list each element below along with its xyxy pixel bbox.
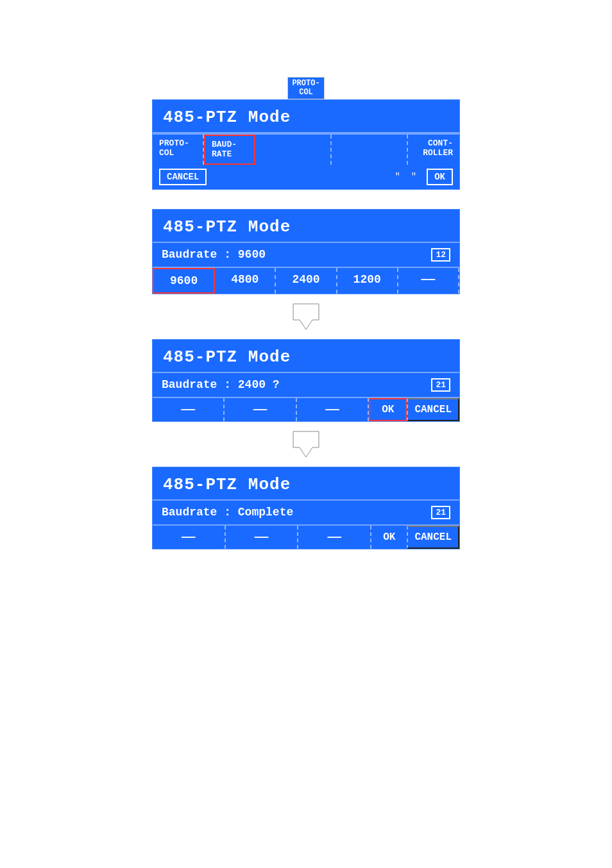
panel-4-dash-3: —— [298, 526, 371, 549]
main-container: PROTO-COL 485-PTZ Mode PROTO-COL BAUD-RA… [146, 77, 466, 549]
panel-3-title: 485-PTZ Mode [153, 340, 459, 372]
svg-marker-0 [293, 304, 319, 330]
panel-2-subtitle-text: Baudrate : 9600 [162, 248, 266, 261]
panel-3-subtitle-text: Baudrate : 2400 ? [162, 378, 280, 391]
panel-3-dash-1: —— [153, 398, 225, 421]
panel-4-subtitle-text: Baudrate : Complete [162, 506, 293, 519]
proto-col-top-label: PROTO-COL [287, 77, 324, 99]
panel-2-subtitle: Baudrate : 9600 12 [153, 242, 459, 267]
panel-4-subtitle: Baudrate : Complete 21 [153, 499, 459, 524]
svg-marker-1 [293, 431, 319, 457]
arrow-down-1 [287, 301, 325, 333]
panel-4-title: 485-PTZ Mode [153, 467, 459, 499]
ok-button-1[interactable]: OK [427, 169, 453, 185]
cancel-button-1[interactable]: CANCEL [159, 169, 207, 185]
col-headers-row: PROTO-COL BAUD-RATE CONT-ROLLER [153, 133, 459, 165]
cancel-button-3[interactable]: CANCEL [407, 398, 459, 421]
panel-4-dash-1: —— [153, 526, 226, 549]
panel-1-action-row: CANCEL " " OK [153, 165, 459, 189]
baud-dash: —— [398, 268, 459, 294]
panel-4: 485-PTZ Mode Baudrate : Complete 21 —— —… [152, 467, 460, 549]
panel-3-confirm-row: —— —— —— OK CANCEL [153, 397, 459, 421]
panel-2-title: 485-PTZ Mode [153, 210, 459, 242]
panel-3-dash-3: —— [297, 398, 369, 421]
baud-option-2400[interactable]: 2400 [276, 268, 337, 294]
col-header-proto-col: PROTO-COL [153, 135, 204, 165]
ok-button-4[interactable]: OK [371, 526, 407, 549]
ok-button-3[interactable]: OK [369, 398, 407, 421]
panel-1-title: 485-PTZ Mode [153, 100, 459, 132]
panel-3: 485-PTZ Mode Baudrate : 2400 ? 21 —— —— … [152, 339, 460, 422]
panel-2: 485-PTZ Mode Baudrate : 9600 12 9600 480… [152, 209, 460, 294]
panel-3-dash-2: —— [225, 398, 296, 421]
cancel-button-4[interactable]: CANCEL [407, 526, 459, 549]
baud-option-9600[interactable]: 9600 [153, 268, 215, 294]
baudrate-options-row: 9600 4800 2400 1200 —— [153, 267, 459, 294]
baud-option-4800[interactable]: 4800 [215, 268, 276, 294]
panel-4-dash-2: —— [226, 526, 299, 549]
quote-marks: " " [395, 172, 417, 182]
col-header-controller: CONT-ROLLER [408, 135, 459, 165]
panel-4-badge: 21 [431, 506, 450, 519]
col-header-spacer1 [255, 135, 332, 165]
panel-4-confirm-row: —— —— —— OK CANCEL [153, 524, 459, 549]
panel-2-badge: 12 [431, 248, 450, 262]
arrow-down-2 [287, 428, 325, 460]
panel-1: 485-PTZ Mode PROTO-COL BAUD-RATE CONT-RO… [152, 99, 460, 190]
panel-3-badge: 21 [431, 378, 450, 392]
col-header-spacer2 [332, 135, 408, 165]
col-header-baud-rate: BAUD-RATE [204, 135, 255, 165]
panel-3-subtitle: Baudrate : 2400 ? 21 [153, 372, 459, 397]
baud-option-1200[interactable]: 1200 [337, 268, 398, 294]
